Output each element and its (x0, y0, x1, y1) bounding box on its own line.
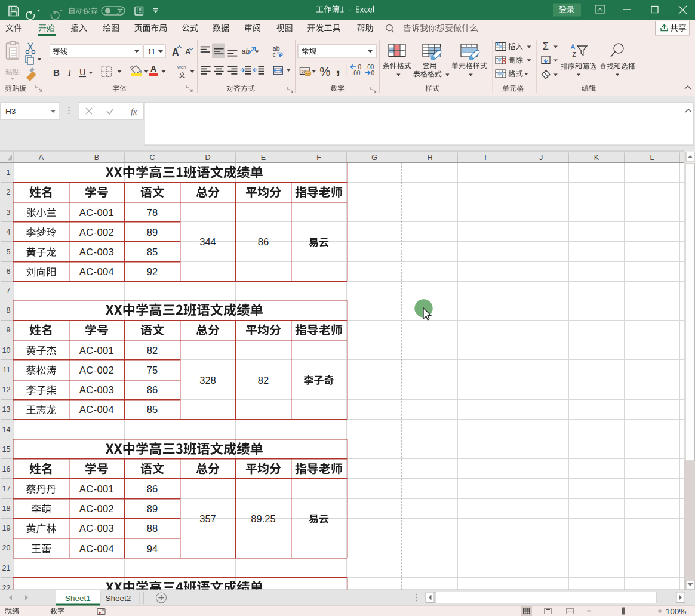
svg-text:K: K (594, 153, 599, 162)
svg-text:A: A (39, 153, 44, 162)
svg-text:4: 4 (7, 228, 11, 236)
svg-text:6: 6 (7, 267, 11, 276)
svg-text:16: 16 (2, 465, 11, 473)
svg-text:20: 20 (2, 544, 11, 552)
svg-text:I: I (484, 153, 486, 162)
svg-text:A: A (150, 64, 156, 73)
svg-text:86: 86 (147, 483, 158, 494)
svg-text:11: 11 (3, 366, 11, 374)
svg-text:Sheet1: Sheet1 (65, 594, 91, 603)
svg-text:89: 89 (147, 503, 158, 514)
svg-text:AC-002: AC-002 (79, 227, 114, 238)
svg-text:5: 5 (7, 248, 11, 256)
svg-text:L: L (650, 153, 654, 162)
svg-text:88: 88 (147, 523, 158, 534)
svg-text:3: 3 (7, 208, 11, 217)
svg-text:F: F (316, 153, 321, 162)
svg-text:AC-004: AC-004 (79, 404, 114, 415)
svg-text:75: 75 (147, 365, 158, 375)
svg-text:D: D (205, 153, 210, 162)
svg-text:100%: 100% (666, 607, 687, 616)
svg-text:82: 82 (147, 345, 158, 356)
svg-text:AC-004: AC-004 (79, 543, 114, 554)
svg-text:A: A (571, 43, 576, 50)
svg-text:E: E (261, 153, 266, 162)
svg-text:AC-003: AC-003 (79, 384, 114, 395)
svg-text:AC-001: AC-001 (79, 483, 114, 494)
svg-text:wen: wen (177, 64, 186, 70)
svg-text:Z: Z (572, 51, 576, 58)
svg-text:Sheet2: Sheet2 (106, 594, 131, 603)
svg-text:85: 85 (147, 404, 158, 415)
svg-text:G: G (371, 153, 377, 162)
svg-text:AC-002: AC-002 (79, 365, 114, 375)
svg-text:B: B (94, 153, 99, 162)
svg-text:,: , (336, 59, 340, 77)
svg-text:A: A (172, 47, 179, 57)
svg-text:.00: .00 (352, 70, 361, 76)
svg-text:H3: H3 (5, 107, 16, 116)
svg-text:AC-003: AC-003 (79, 523, 114, 534)
svg-text:J: J (539, 153, 543, 162)
svg-text:86: 86 (147, 384, 158, 395)
svg-text:c: c (273, 51, 276, 58)
svg-text:82: 82 (258, 375, 269, 386)
svg-text:0: 0 (371, 70, 375, 76)
svg-text:17: 17 (2, 485, 11, 493)
svg-text:AC-001: AC-001 (79, 207, 114, 218)
svg-text:I: I (67, 68, 72, 78)
svg-text:85: 85 (147, 247, 158, 257)
svg-text:AC-004: AC-004 (79, 266, 114, 277)
svg-text:fx: fx (131, 107, 137, 116)
svg-text:92: 92 (147, 266, 158, 277)
svg-text:2: 2 (7, 188, 11, 196)
svg-text:86: 86 (258, 236, 269, 247)
svg-text:H: H (427, 153, 432, 162)
svg-text:C: C (149, 153, 155, 162)
svg-text:14: 14 (2, 426, 11, 434)
svg-text:10: 10 (2, 346, 11, 355)
svg-text:AC-003: AC-003 (79, 247, 114, 257)
svg-text:12: 12 (2, 386, 11, 394)
svg-text:AC-001: AC-001 (79, 345, 114, 356)
svg-text:%: % (319, 64, 330, 78)
svg-text:8: 8 (7, 306, 11, 315)
svg-text:13: 13 (2, 405, 11, 414)
svg-text:89.25: 89.25 (251, 513, 275, 524)
svg-text:U: U (79, 67, 85, 77)
svg-text:1: 1 (7, 168, 11, 177)
svg-text:9: 9 (7, 326, 11, 334)
svg-text:78: 78 (147, 207, 158, 218)
svg-text:15: 15 (2, 445, 11, 454)
svg-text:19: 19 (2, 524, 11, 532)
svg-text:AC-002: AC-002 (79, 503, 114, 514)
svg-text:357: 357 (199, 513, 216, 524)
svg-text:328: 328 (199, 375, 216, 386)
svg-text:344: 344 (199, 236, 216, 247)
svg-text:89: 89 (147, 227, 158, 238)
svg-text:Σ: Σ (543, 41, 549, 51)
svg-text:11: 11 (147, 47, 156, 56)
svg-text:21: 21 (2, 564, 11, 572)
svg-text:7: 7 (7, 287, 11, 295)
svg-text:94: 94 (147, 543, 158, 554)
svg-text:18: 18 (2, 504, 11, 513)
svg-text:B: B (53, 67, 60, 78)
